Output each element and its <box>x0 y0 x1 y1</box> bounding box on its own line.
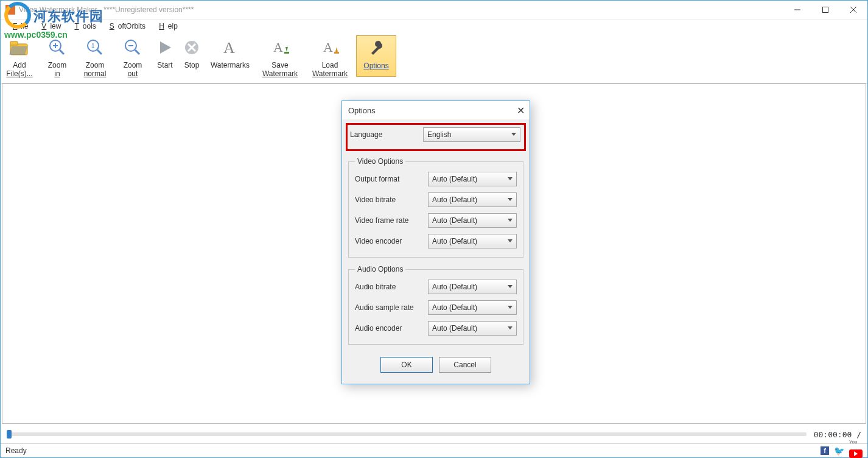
language-combo[interactable]: English <box>423 127 520 142</box>
maximize-button[interactable] <box>811 1 839 19</box>
menu-view[interactable]: View <box>34 21 65 32</box>
play-icon <box>154 37 176 58</box>
timeline-bar: 00:00:00 / <box>2 425 866 443</box>
svg-line-14 <box>135 50 139 54</box>
toolbar: Add File(s)... Zoom in 1 Zoom normal Zoo… <box>1 33 867 83</box>
options-button[interactable]: Options <box>356 35 396 77</box>
timeline-thumb[interactable] <box>7 430 12 439</box>
save-watermark-icon: A <box>269 37 291 58</box>
folder-plus-icon <box>9 37 30 58</box>
wrench-icon <box>365 37 387 59</box>
zoom-normal-icon: 1 <box>84 37 106 58</box>
window-title: Video Watermark Maker - ****Unregistered… <box>19 5 194 14</box>
dialog-title: Options <box>348 106 376 115</box>
video-encoder-label: Video encoder <box>355 237 428 245</box>
twitter-icon[interactable]: 🐦 <box>834 446 844 456</box>
start-button[interactable]: Start <box>153 35 177 69</box>
audio-encoder-label: Audio encoder <box>355 324 428 333</box>
watermark-a-icon: A <box>219 37 241 58</box>
zoom-in-button[interactable]: Zoom in <box>40 35 75 78</box>
options-dialog: Options ✕ Language English Video Options… <box>341 100 530 384</box>
menu-softorbits[interactable]: SoftOrbits <box>102 21 149 32</box>
audio-bitrate-combo[interactable]: Auto (Default) <box>428 280 517 294</box>
cancel-button[interactable]: Cancel <box>439 357 491 373</box>
video-options-group: Video Options Output format Auto (Defaul… <box>348 157 523 258</box>
titlebar: Video Watermark Maker - ****Unregistered… <box>1 1 867 19</box>
zoom-in-icon <box>46 37 68 58</box>
output-format-label: Output format <box>355 175 428 183</box>
app-icon <box>5 5 15 15</box>
zoom-out-icon <box>122 37 144 58</box>
language-label: Language <box>350 130 423 139</box>
video-options-legend: Video Options <box>355 157 405 166</box>
close-button[interactable] <box>839 1 867 19</box>
svg-rect-1 <box>823 7 828 13</box>
minimize-button[interactable] <box>783 1 811 19</box>
svg-rect-26 <box>334 52 339 54</box>
svg-rect-23 <box>284 52 289 54</box>
svg-text:1: 1 <box>91 43 95 49</box>
video-framerate-combo[interactable]: Auto (Default) <box>428 213 517 228</box>
svg-text:A: A <box>223 39 235 57</box>
menubar: File View Tools SoftOrbits Help <box>1 19 867 33</box>
video-framerate-label: Video frame rate <box>355 216 428 225</box>
audio-options-group: Audio Options Audio bitrate Auto (Defaul… <box>348 265 523 345</box>
svg-marker-16 <box>160 41 171 54</box>
zoom-out-button[interactable]: Zoom out <box>115 35 150 78</box>
language-highlight: Language English <box>346 123 526 151</box>
watermarks-button[interactable]: A Watermarks <box>206 35 254 69</box>
audio-bitrate-label: Audio bitrate <box>355 283 428 291</box>
svg-rect-5 <box>10 41 18 45</box>
app-window: 河东软件园 www.pc0359.cn Video Watermark Make… <box>0 0 868 458</box>
save-watermark-button[interactable]: A Save Watermark <box>256 35 304 78</box>
svg-line-11 <box>97 50 102 54</box>
dialog-close-button[interactable]: ✕ <box>517 105 525 116</box>
video-bitrate-label: Video bitrate <box>355 196 428 204</box>
audio-encoder-combo[interactable]: Auto (Default) <box>428 321 517 336</box>
time-readout: 00:00:00 / <box>814 430 861 439</box>
statusbar: Ready f 🐦 You <box>1 443 867 457</box>
video-encoder-combo[interactable]: Auto (Default) <box>428 234 517 248</box>
output-format-combo[interactable]: Auto (Default) <box>428 172 517 186</box>
svg-text:A: A <box>273 40 283 55</box>
social-links: f 🐦 You <box>821 444 863 458</box>
audio-samplerate-combo[interactable]: Auto (Default) <box>428 300 517 315</box>
timeline-track[interactable] <box>7 432 807 436</box>
svg-marker-25 <box>335 47 338 52</box>
svg-line-7 <box>60 50 64 54</box>
menu-file[interactable]: File <box>5 21 32 32</box>
audio-samplerate-label: Audio sample rate <box>355 303 428 312</box>
menu-help[interactable]: Help <box>152 21 181 32</box>
ok-button[interactable]: OK <box>380 357 433 373</box>
video-bitrate-combo[interactable]: Auto (Default) <box>428 192 517 207</box>
facebook-icon[interactable]: f <box>821 446 829 455</box>
load-watermark-icon: A <box>319 37 341 58</box>
svg-marker-22 <box>285 47 288 52</box>
zoom-normal-button[interactable]: 1 Zoom normal <box>77 35 113 78</box>
load-watermark-button[interactable]: A Load Watermark <box>306 35 354 78</box>
youtube-icon[interactable]: You <box>849 444 863 458</box>
stop-icon <box>181 37 203 58</box>
svg-text:A: A <box>323 40 333 55</box>
audio-options-legend: Audio Options <box>355 265 405 273</box>
stop-button[interactable]: Stop <box>180 35 204 69</box>
menu-tools[interactable]: Tools <box>67 21 99 32</box>
add-files-button[interactable]: Add File(s)... <box>2 35 37 78</box>
status-text: Ready <box>5 446 27 455</box>
